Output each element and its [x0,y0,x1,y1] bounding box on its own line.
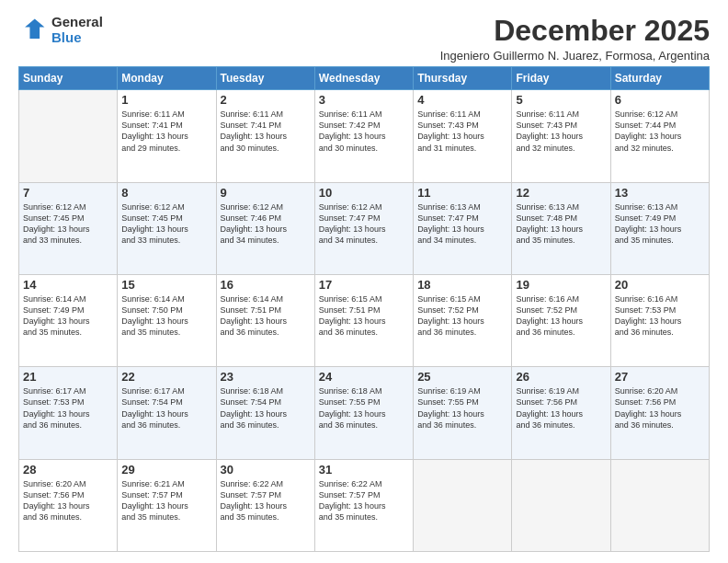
day-number: 29 [121,463,211,477]
table-row: 13Sunrise: 6:13 AM Sunset: 7:49 PM Dayli… [610,182,709,274]
cell-info: Sunrise: 6:11 AM Sunset: 7:43 PM Dayligh… [417,109,507,154]
day-number: 21 [23,370,113,384]
cell-info: Sunrise: 6:21 AM Sunset: 7:57 PM Dayligh… [121,478,211,523]
title-area: December 2025 Ingeniero Guillermo N. Jua… [440,15,710,63]
calendar-week-row: 28Sunrise: 6:20 AM Sunset: 7:56 PM Dayli… [19,459,710,551]
table-row: 9Sunrise: 6:12 AM Sunset: 7:46 PM Daylig… [216,182,314,274]
day-number: 17 [319,278,409,292]
cell-info: Sunrise: 6:16 AM Sunset: 7:52 PM Dayligh… [516,293,606,339]
table-row: 11Sunrise: 6:13 AM Sunset: 7:47 PM Dayli… [414,182,512,274]
calendar-week-row: 21Sunrise: 6:17 AM Sunset: 7:53 PM Dayli… [19,367,710,459]
day-number: 1 [121,93,211,107]
day-number: 20 [615,278,705,292]
table-row: 12Sunrise: 6:13 AM Sunset: 7:48 PM Dayli… [512,182,610,274]
cell-info: Sunrise: 6:19 AM Sunset: 7:56 PM Dayligh… [516,385,606,431]
table-row: 3Sunrise: 6:11 AM Sunset: 7:42 PM Daylig… [314,90,413,182]
table-row: 31Sunrise: 6:22 AM Sunset: 7:57 PM Dayli… [314,459,413,551]
table-row: 27Sunrise: 6:20 AM Sunset: 7:56 PM Dayli… [610,367,709,459]
day-number: 12 [516,186,606,200]
month-title: December 2025 [440,15,710,47]
cell-info: Sunrise: 6:12 AM Sunset: 7:45 PM Dayligh… [121,201,211,247]
table-row: 2Sunrise: 6:11 AM Sunset: 7:41 PM Daylig… [216,90,314,182]
table-row: 6Sunrise: 6:12 AM Sunset: 7:44 PM Daylig… [610,90,709,182]
cell-info: Sunrise: 6:18 AM Sunset: 7:55 PM Dayligh… [319,385,409,431]
cell-info: Sunrise: 6:14 AM Sunset: 7:51 PM Dayligh… [221,293,311,339]
table-row: 8Sunrise: 6:12 AM Sunset: 7:45 PM Daylig… [118,182,216,274]
day-number: 3 [319,93,409,107]
table-row: 18Sunrise: 6:15 AM Sunset: 7:52 PM Dayli… [414,274,512,366]
cell-info: Sunrise: 6:12 AM Sunset: 7:45 PM Dayligh… [23,201,113,247]
cell-info: Sunrise: 6:16 AM Sunset: 7:53 PM Dayligh… [615,293,705,339]
cell-info: Sunrise: 6:11 AM Sunset: 7:43 PM Dayligh… [516,109,606,154]
calendar-table: Sunday Monday Tuesday Wednesday Thursday… [18,66,710,552]
calendar-week-row: 1Sunrise: 6:11 AM Sunset: 7:41 PM Daylig… [19,90,710,182]
col-wednesday: Wednesday [314,67,413,90]
col-thursday: Thursday [414,67,512,90]
cell-info: Sunrise: 6:11 AM Sunset: 7:41 PM Dayligh… [221,109,311,154]
logo: General Blue [18,15,103,45]
calendar-header-row: Sunday Monday Tuesday Wednesday Thursday… [19,67,710,90]
cell-info: Sunrise: 6:19 AM Sunset: 7:55 PM Dayligh… [417,385,507,431]
day-number: 2 [221,93,311,107]
cell-info: Sunrise: 6:14 AM Sunset: 7:49 PM Dayligh… [23,293,113,339]
location: Ingeniero Guillermo N. Juarez, Formosa, … [440,49,710,63]
day-number: 30 [221,463,311,477]
table-row [414,459,512,551]
table-row: 16Sunrise: 6:14 AM Sunset: 7:51 PM Dayli… [216,274,314,366]
cell-info: Sunrise: 6:11 AM Sunset: 7:41 PM Dayligh… [121,109,211,154]
day-number: 4 [417,93,507,107]
cell-info: Sunrise: 6:22 AM Sunset: 7:57 PM Dayligh… [221,478,311,523]
cell-info: Sunrise: 6:18 AM Sunset: 7:54 PM Dayligh… [221,385,311,431]
table-row: 14Sunrise: 6:14 AM Sunset: 7:49 PM Dayli… [19,274,118,366]
day-number: 19 [516,278,606,292]
table-row: 15Sunrise: 6:14 AM Sunset: 7:50 PM Dayli… [118,274,216,366]
table-row: 26Sunrise: 6:19 AM Sunset: 7:56 PM Dayli… [512,367,610,459]
day-number: 6 [615,93,705,107]
cell-info: Sunrise: 6:20 AM Sunset: 7:56 PM Dayligh… [615,385,705,431]
table-row: 22Sunrise: 6:17 AM Sunset: 7:54 PM Dayli… [118,367,216,459]
table-row: 20Sunrise: 6:16 AM Sunset: 7:53 PM Dayli… [610,274,709,366]
table-row: 7Sunrise: 6:12 AM Sunset: 7:45 PM Daylig… [19,182,118,274]
day-number: 27 [615,370,705,384]
table-row: 1Sunrise: 6:11 AM Sunset: 7:41 PM Daylig… [118,90,216,182]
day-number: 15 [121,278,211,292]
day-number: 31 [319,463,409,477]
day-number: 10 [319,186,409,200]
table-row: 24Sunrise: 6:18 AM Sunset: 7:55 PM Dayli… [314,367,413,459]
col-tuesday: Tuesday [216,67,314,90]
col-monday: Monday [118,67,216,90]
table-row: 10Sunrise: 6:12 AM Sunset: 7:47 PM Dayli… [314,182,413,274]
col-saturday: Saturday [610,67,709,90]
table-row: 5Sunrise: 6:11 AM Sunset: 7:43 PM Daylig… [512,90,610,182]
cell-info: Sunrise: 6:20 AM Sunset: 7:56 PM Dayligh… [23,478,113,523]
col-friday: Friday [512,67,610,90]
day-number: 18 [417,278,507,292]
cell-info: Sunrise: 6:15 AM Sunset: 7:51 PM Dayligh… [319,293,409,339]
cell-info: Sunrise: 6:14 AM Sunset: 7:50 PM Dayligh… [121,293,211,339]
svg-marker-0 [25,18,44,38]
table-row: 21Sunrise: 6:17 AM Sunset: 7:53 PM Dayli… [19,367,118,459]
page: General Blue December 2025 Ingeniero Gui… [0,0,728,563]
cell-info: Sunrise: 6:13 AM Sunset: 7:47 PM Dayligh… [417,201,507,247]
table-row [512,459,610,551]
day-number: 24 [319,370,409,384]
calendar-week-row: 14Sunrise: 6:14 AM Sunset: 7:49 PM Dayli… [19,274,710,366]
table-row: 25Sunrise: 6:19 AM Sunset: 7:55 PM Dayli… [414,367,512,459]
cell-info: Sunrise: 6:11 AM Sunset: 7:42 PM Dayligh… [319,109,409,154]
cell-info: Sunrise: 6:12 AM Sunset: 7:46 PM Dayligh… [221,201,311,247]
cell-info: Sunrise: 6:17 AM Sunset: 7:54 PM Dayligh… [121,385,211,431]
day-number: 16 [221,278,311,292]
day-number: 28 [23,463,113,477]
table-row: 17Sunrise: 6:15 AM Sunset: 7:51 PM Dayli… [314,274,413,366]
table-row: 30Sunrise: 6:22 AM Sunset: 7:57 PM Dayli… [216,459,314,551]
day-number: 11 [417,186,507,200]
col-sunday: Sunday [19,67,118,90]
table-row: 4Sunrise: 6:11 AM Sunset: 7:43 PM Daylig… [414,90,512,182]
table-row [19,90,118,182]
table-row [610,459,709,551]
day-number: 9 [221,186,311,200]
header: General Blue December 2025 Ingeniero Gui… [18,15,710,63]
logo-general-text: General [51,15,103,30]
day-number: 26 [516,370,606,384]
cell-info: Sunrise: 6:13 AM Sunset: 7:49 PM Dayligh… [615,201,705,247]
